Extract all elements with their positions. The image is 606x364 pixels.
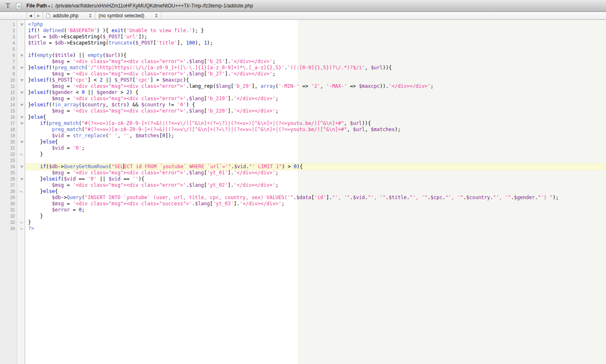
fold-gutter[interactable] <box>18 219 26 225</box>
code-line[interactable]: 7 $msg = '<div class="msg"><div class="e… <box>0 59 606 65</box>
code-text[interactable]: if(preg_match("#(?<=v=)[a-zA-Z0-9-]+(?=&… <box>26 120 606 127</box>
code-line[interactable]: 21 $vid = '0'; <box>0 145 606 151</box>
file-path-label[interactable]: File Path <box>26 3 47 9</box>
code-line[interactable]: 18 preg_match("#(?<=v=)[a-zA-Z0-9-]+(?=&… <box>0 127 606 133</box>
fold-gutter[interactable] <box>18 188 26 195</box>
code-text[interactable]: }elseif(!preg_match('/^(http|https):\/\/… <box>26 65 606 71</box>
code-text[interactable]: if(! defined('BASEPATH') ){ exit('Unable… <box>26 28 606 34</box>
code-text[interactable]: }elseif(!in_array($country, $ctrs) && $c… <box>26 102 606 108</box>
code-text[interactable]: } <box>26 219 606 225</box>
code-text[interactable]: }else{ <box>26 114 606 120</box>
fold-arrow-icon[interactable] <box>20 178 24 181</box>
code-line[interactable]: 6if(empty($title) || empty($url)){ <box>0 52 606 59</box>
code-line[interactable]: 4$title = $db->EscapeString(truncate($_P… <box>0 40 606 46</box>
fold-gutter[interactable] <box>18 139 26 145</box>
code-line[interactable]: 15 $msg = '<div class="msg"><div class="… <box>0 108 606 114</box>
code-line[interactable]: 11 $msg = '<div class="msg"><div class="… <box>0 83 606 89</box>
fold-gutter[interactable] <box>18 21 26 28</box>
fold-arrow-icon[interactable] <box>20 79 24 82</box>
code-text[interactable]: }elseif($vid == '0' || $vid == ''){ <box>26 176 606 182</box>
code-line[interactable]: 24 if($db->QueryGetNumRows("SELECT id FR… <box>0 164 606 170</box>
code-line[interactable]: 14}elseif(!in_array($country, $ctrs) && … <box>0 102 606 108</box>
fold-gutter[interactable] <box>18 176 26 182</box>
fold-end-icon[interactable] <box>20 221 23 223</box>
fold-gutter[interactable] <box>18 65 26 71</box>
fold-arrow-icon[interactable] <box>20 116 24 119</box>
fold-arrow-icon[interactable] <box>20 141 24 143</box>
code-line[interactable]: 25 $msg = '<div class="msg"><div class="… <box>0 170 606 176</box>
symbol-stepper[interactable] <box>155 14 158 18</box>
code-text[interactable]: }else{ <box>26 139 606 145</box>
fold-gutter[interactable] <box>18 89 26 96</box>
code-text[interactable]: $msg = '<div class="msg"><div class="err… <box>26 59 606 65</box>
fold-gutter[interactable] <box>18 77 26 83</box>
code-text[interactable]: <?php <box>26 21 606 28</box>
code-line[interactable]: 2if(! defined('BASEPATH') ){ exit('Unabl… <box>0 28 606 34</box>
code-editor[interactable]: 1<?php2if(! defined('BASEPATH') ){ exit(… <box>0 20 606 364</box>
code-text[interactable]: }else{ <box>26 188 606 195</box>
code-line[interactable]: 8}elseif(!preg_match('/^(http|https):\/\… <box>0 65 606 71</box>
code-text[interactable]: $vid = '0'; <box>26 145 606 151</box>
code-text[interactable]: $vid = str_replace(' ', '', $matches[0])… <box>26 133 606 139</box>
code-line[interactable]: 30 $msg = '<div class="msg"><div class="… <box>0 201 606 207</box>
code-line[interactable]: 13 $msg = '<div class="msg"><div class="… <box>0 96 606 102</box>
code-line[interactable]: 26 }elseif($vid == '0' || $vid == ''){ <box>0 176 606 182</box>
code-text[interactable]: $title = $db->EscapeString(truncate($_PO… <box>26 40 606 46</box>
fold-gutter[interactable] <box>18 52 26 59</box>
code-line[interactable]: 5 <box>0 46 606 52</box>
code-text[interactable]: $msg = '<div class="msg"><div class="err… <box>26 170 606 176</box>
code-text[interactable]: $error = 0; <box>26 207 606 213</box>
code-line[interactable]: 28 }else{ <box>0 188 606 195</box>
template-page-icon[interactable] <box>16 3 21 9</box>
fold-gutter[interactable] <box>18 114 26 120</box>
code-text[interactable]: $msg = '<div class="msg"><div class="err… <box>26 108 606 114</box>
fold-arrow-icon[interactable] <box>20 67 24 69</box>
code-line[interactable]: 34?> <box>0 225 606 232</box>
code-text[interactable]: $url = $db->EscapeString($_POST['url']); <box>26 34 606 40</box>
file-tab-selector[interactable]: addsite.php <box>43 12 95 19</box>
text-tool-icon[interactable]: T, <box>6 2 11 9</box>
code-text[interactable]: $db->Query("INSERT INTO `youtube` (user,… <box>26 195 606 201</box>
code-text[interactable]: $msg = '<div class="msg"><div class="err… <box>26 182 606 188</box>
back-button[interactable]: ◀ <box>26 12 35 19</box>
code-line[interactable]: 10}elseif($_POST['cpc'] < 2 || $_POST['c… <box>0 77 606 83</box>
file-path-dropdown-caret[interactable]: ▾ <box>48 5 50 8</box>
code-line[interactable]: 19 $vid = str_replace(' ', '', $matches[… <box>0 133 606 139</box>
code-line[interactable]: 1<?php <box>0 21 606 28</box>
code-line[interactable]: 12}elseif($gender < 0 || $gender > 2) { <box>0 89 606 96</box>
fold-end-icon[interactable] <box>20 228 23 229</box>
code-text[interactable]: $msg = '<div class="msg"><div class="err… <box>26 96 606 102</box>
fold-gutter[interactable] <box>18 164 26 170</box>
fold-end-icon[interactable] <box>20 190 23 192</box>
fold-arrow-icon[interactable] <box>20 54 24 57</box>
code-line[interactable]: 27 $msg = '<div class="msg"><div class="… <box>0 182 606 188</box>
code-text[interactable]: $msg = '<div class="msg"><div class="err… <box>26 71 606 77</box>
code-line[interactable]: 17 if(preg_match("#(?<=v=)[a-zA-Z0-9-]+(… <box>0 120 606 127</box>
code-text[interactable]: }elseif($_POST['cpc'] < 2 || $_POST['cpc… <box>26 77 606 83</box>
fold-arrow-icon[interactable] <box>20 122 24 125</box>
code-line[interactable]: 22 } <box>0 151 606 157</box>
code-text[interactable]: if(empty($title) || empty($url)){ <box>26 52 606 59</box>
code-text[interactable]: } <box>26 151 606 157</box>
fold-gutter[interactable] <box>18 102 26 108</box>
code-text[interactable] <box>26 157 606 164</box>
code-line[interactable]: 23 <box>0 157 606 164</box>
code-text[interactable]: ?> <box>26 225 606 232</box>
code-line[interactable]: 3$url = $db->EscapeString($_POST['url'])… <box>0 34 606 40</box>
fold-gutter[interactable] <box>18 151 26 157</box>
fold-arrow-icon[interactable] <box>20 104 24 106</box>
code-text[interactable]: }elseif($gender < 0 || $gender > 2) { <box>26 89 606 96</box>
symbol-selector[interactable]: (no symbol selected) <box>95 12 161 19</box>
code-line[interactable]: 9 $msg = '<div class="msg"><div class="e… <box>0 71 606 77</box>
code-text[interactable]: $msg = '<div class="msg"><div class="err… <box>26 83 606 89</box>
fold-gutter[interactable] <box>18 225 26 232</box>
fold-end-icon[interactable] <box>20 153 23 155</box>
code-line[interactable]: 33} <box>0 219 606 225</box>
code-text[interactable]: if($db->QueryGetNumRows("SELECT id FROM … <box>26 164 606 170</box>
code-text[interactable]: preg_match("#(?<=v=)[a-zA-Z0-9-]+(?=&)|(… <box>26 127 606 133</box>
code-line[interactable]: 29 $db->Query("INSERT INTO `youtube` (us… <box>0 195 606 201</box>
fold-arrow-icon[interactable] <box>20 92 24 94</box>
fold-arrow-icon[interactable] <box>20 23 24 26</box>
code-text[interactable]: $msg = '<div class="msg"><div class="suc… <box>26 201 606 207</box>
code-text[interactable]: } <box>26 213 606 219</box>
